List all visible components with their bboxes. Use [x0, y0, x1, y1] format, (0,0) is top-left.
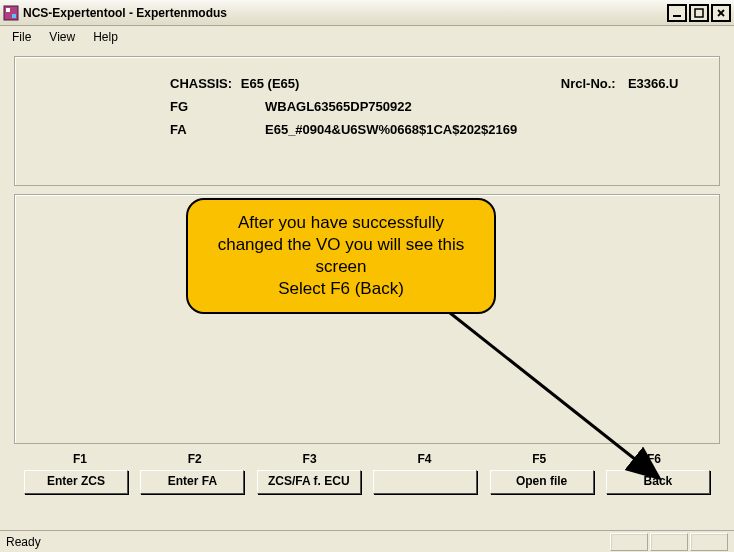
- chassis-label: CHASSIS:: [170, 76, 241, 91]
- menu-view[interactable]: View: [41, 28, 83, 46]
- statusbar: Ready: [0, 530, 734, 552]
- close-button[interactable]: [711, 4, 731, 22]
- zcs-fa-ecu-button[interactable]: ZCS/FA f. ECU: [257, 470, 361, 494]
- callout-line: Select F6 (Back): [206, 278, 476, 300]
- callout-line: After you have successfully: [206, 212, 476, 234]
- f5-label: F5: [487, 452, 591, 466]
- status-cell: [650, 533, 688, 551]
- f6-label: F6: [602, 452, 706, 466]
- chassis-value: E65 (E65): [241, 76, 561, 91]
- window-controls: [667, 4, 731, 22]
- status-cell: [610, 533, 648, 551]
- callout-line: changed the VO you will see this: [206, 234, 476, 256]
- nrcl-label: Nrcl-No.:: [561, 76, 628, 91]
- fg-value: WBAGL63565DP750922: [265, 99, 585, 114]
- menu-file[interactable]: File: [4, 28, 39, 46]
- svg-rect-1: [6, 8, 10, 12]
- svg-rect-3: [673, 15, 681, 17]
- callout-line: screen: [206, 256, 476, 278]
- f3-label: F3: [258, 452, 362, 466]
- fg-label: FG: [170, 99, 265, 114]
- menubar: File View Help: [0, 26, 734, 48]
- titlebar: NCS-Expertentool - Expertenmodus: [0, 0, 734, 26]
- menu-help[interactable]: Help: [85, 28, 126, 46]
- enter-zcs-button[interactable]: Enter ZCS: [24, 470, 128, 494]
- maximize-button[interactable]: [689, 4, 709, 22]
- window-title: NCS-Expertentool - Expertenmodus: [23, 6, 667, 20]
- f1-label: F1: [28, 452, 132, 466]
- app-icon: [3, 5, 19, 21]
- minimize-button[interactable]: [667, 4, 687, 22]
- svg-rect-2: [12, 14, 16, 18]
- enter-fa-button[interactable]: Enter FA: [140, 470, 244, 494]
- info-panel: CHASSIS: E65 (E65) Nrcl-No.: E3366.U FG …: [14, 56, 720, 186]
- f4-button[interactable]: [373, 470, 477, 494]
- annotation-callout: After you have successfully changed the …: [186, 198, 496, 314]
- back-button[interactable]: Back: [606, 470, 710, 494]
- open-file-button[interactable]: Open file: [490, 470, 594, 494]
- svg-rect-4: [695, 9, 703, 17]
- fkey-area: F1 F2 F3 F4 F5 F6 Enter ZCS Enter FA ZCS…: [14, 452, 720, 504]
- status-cell: [690, 533, 728, 551]
- nrcl-value: E3366.U: [628, 76, 695, 91]
- f4-label: F4: [372, 452, 476, 466]
- fa-value: E65_#0904&U6SW%0668$1CA$202$2169: [265, 122, 585, 137]
- status-text: Ready: [6, 535, 608, 549]
- f2-label: F2: [143, 452, 247, 466]
- fa-label: FA: [170, 122, 265, 137]
